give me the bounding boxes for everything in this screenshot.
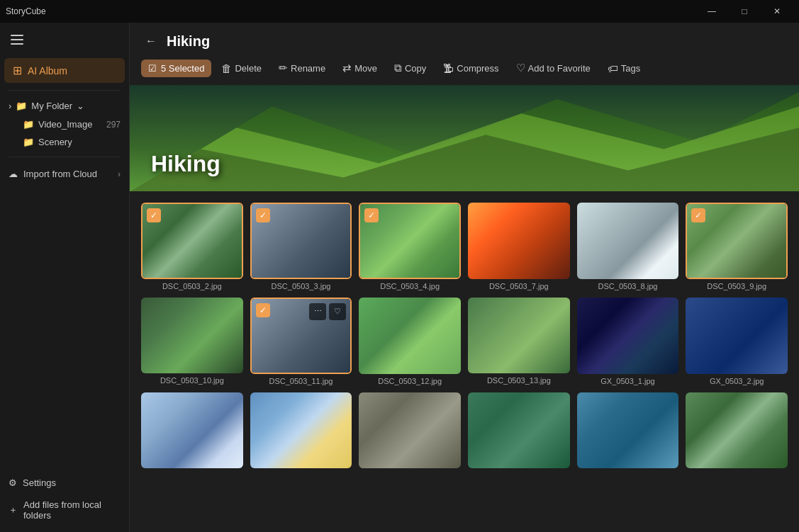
app-title: StoryCube — [6, 6, 46, 16]
titlebar-controls: — □ ✕ — [695, 0, 793, 23]
check-badge: ✓ — [256, 303, 270, 317]
favorite-icon: ♡ — [516, 62, 525, 74]
selected-check-icon: ☑ — [148, 63, 157, 74]
photo-item[interactable]: ✓ DSC_0503_9.jpg — [686, 203, 788, 290]
tags-button[interactable]: 🏷 Tags — [600, 59, 647, 78]
close-button[interactable]: ✕ — [761, 0, 793, 23]
compress-label: Compress — [457, 63, 498, 74]
copy-label: Copy — [405, 63, 426, 74]
photo-thumb — [577, 203, 679, 279]
delete-icon: 🗑 — [221, 62, 232, 74]
photo-image — [686, 298, 788, 374]
photo-item[interactable]: ✓ DSC_0503_3.jpg — [250, 203, 352, 290]
sidebar-item-my-folder[interactable]: › 📁 My Folder ⌄ — [0, 96, 129, 115]
photo-image — [577, 203, 679, 279]
photo-image — [577, 392, 679, 469]
sidebar-bottom: ⚙ Settings ＋ Add files from local folder… — [0, 472, 129, 532]
photo-item[interactable]: GX_0503_2.jpg — [686, 298, 788, 385]
check-badge: ✓ — [256, 208, 270, 222]
favorite-button[interactable]: ♡ Add to Favorite — [509, 58, 598, 78]
photo-image — [359, 298, 461, 374]
photo-thumb — [577, 298, 679, 374]
add-files-icon: ＋ — [9, 504, 18, 516]
photo-item[interactable] — [468, 392, 570, 469]
sidebar-item-video-image[interactable]: 📁 Video_Image 297 — [0, 115, 129, 133]
photo-name: DSC_0503_8.jpg — [577, 282, 679, 290]
photo-item[interactable]: ✓ DSC_0503_4.jpg — [359, 203, 461, 290]
photo-thumb — [359, 392, 461, 469]
sidebar-divider-1 — [9, 90, 121, 91]
more-button[interactable]: ⋯ — [309, 303, 326, 320]
sidebar-item-ai-album[interactable]: ⊞ AI Album — [4, 58, 125, 83]
photo-thumb — [468, 392, 570, 469]
photo-item[interactable]: ✓ DSC_0503_2.jpg — [141, 203, 243, 290]
photo-image — [141, 392, 243, 469]
photo-item[interactable] — [577, 392, 679, 469]
photo-item[interactable]: DSC_0503_13.jpg — [468, 298, 570, 385]
heart-button[interactable]: ♡ — [329, 303, 346, 320]
rename-button[interactable]: ✏ Rename — [272, 58, 333, 78]
sidebar-top — [0, 23, 129, 57]
photo-grid-container[interactable]: ✓ DSC_0503_2.jpg ✓ DSC_0503_3.jpg ✓ — [130, 191, 799, 532]
tags-icon: 🏷 — [608, 62, 618, 74]
my-folder-label: My Folder — [31, 101, 72, 111]
photo-thumb — [141, 298, 243, 374]
import-chevron-icon: › — [118, 169, 121, 179]
expand-icon: › — [9, 101, 11, 111]
photo-image — [577, 298, 679, 374]
sidebar-item-add-files[interactable]: ＋ Add files from local folders — [0, 494, 129, 526]
photo-row-1: ✓ DSC_0503_2.jpg ✓ DSC_0503_3.jpg ✓ — [141, 203, 788, 290]
photo-name: DSC_0503_12.jpg — [359, 377, 461, 385]
rename-icon: ✏ — [279, 62, 288, 74]
delete-button[interactable]: 🗑 Delete — [214, 59, 269, 78]
hero-background: Hiking — [130, 85, 799, 191]
photo-item[interactable]: DSC_0503_10.jpg — [141, 298, 243, 385]
sidebar-item-settings[interactable]: ⚙ Settings — [0, 472, 129, 494]
photo-row-3 — [141, 392, 788, 469]
photo-thumb — [141, 392, 243, 469]
move-button[interactable]: ⇄ Move — [335, 58, 384, 78]
sidebar-item-scenery[interactable]: 📁 Scenery — [0, 133, 129, 151]
photo-item[interactable]: DSC_0503_7.jpg — [468, 203, 570, 290]
maximize-button[interactable]: □ — [728, 0, 761, 23]
photo-name: GX_0503_1.jpg — [577, 377, 679, 385]
photo-row-2: DSC_0503_10.jpg ✓ ⋯ ♡ DSC_0503_11.jpg — [141, 298, 788, 385]
scenery-label: Scenery — [38, 137, 72, 147]
photo-thumb — [686, 392, 788, 469]
import-cloud-label: Import from Cloud — [23, 169, 97, 179]
photo-item[interactable]: GX_0503_1.jpg — [577, 298, 679, 385]
photo-image — [359, 392, 461, 469]
photo-item[interactable] — [250, 392, 352, 469]
content-header: ← Hiking ☑ 5 Selected 🗑 Delete ✏ Rename — [130, 23, 799, 85]
photo-thumb: ✓ — [359, 203, 461, 279]
photo-item[interactable]: DSC_0503_8.jpg — [577, 203, 679, 290]
expand-chevron: ⌄ — [77, 101, 84, 111]
photo-item[interactable] — [359, 392, 461, 469]
back-icon: ← — [145, 35, 157, 47]
favorite-label: Add to Favorite — [528, 63, 591, 74]
copy-icon: ⧉ — [394, 62, 402, 74]
photo-image — [686, 392, 788, 469]
selected-badge: ☑ 5 Selected — [141, 60, 211, 77]
photo-name: DSC_0503_4.jpg — [359, 282, 461, 290]
photo-item[interactable] — [686, 392, 788, 469]
photo-item[interactable]: ✓ ⋯ ♡ DSC_0503_11.jpg — [250, 298, 352, 385]
minimize-button[interactable]: — — [695, 0, 728, 23]
hamburger-menu[interactable] — [6, 28, 28, 51]
photo-thumb: ✓ — [250, 203, 352, 279]
photo-thumb — [468, 298, 570, 374]
titlebar: StoryCube — □ ✕ — [0, 0, 799, 23]
photo-image — [250, 392, 352, 469]
copy-button[interactable]: ⧉ Copy — [387, 58, 433, 78]
photo-name: DSC_0503_7.jpg — [468, 282, 570, 290]
photo-name: DSC_0503_9.jpg — [686, 282, 788, 290]
delete-label: Delete — [235, 63, 262, 74]
content-area: ← Hiking ☑ 5 Selected 🗑 Delete ✏ Rename — [130, 23, 799, 532]
back-button[interactable]: ← — [141, 31, 161, 51]
photo-item[interactable]: DSC_0503_12.jpg — [359, 298, 461, 385]
compress-button[interactable]: 🗜 Compress — [436, 59, 505, 78]
folder-icon-2: 📁 — [23, 119, 34, 130]
sidebar-item-import-cloud[interactable]: ☁ Import from Cloud › — [0, 163, 129, 185]
photo-item[interactable] — [141, 392, 243, 469]
photo-thumb: ✓ ⋯ ♡ — [250, 298, 352, 374]
